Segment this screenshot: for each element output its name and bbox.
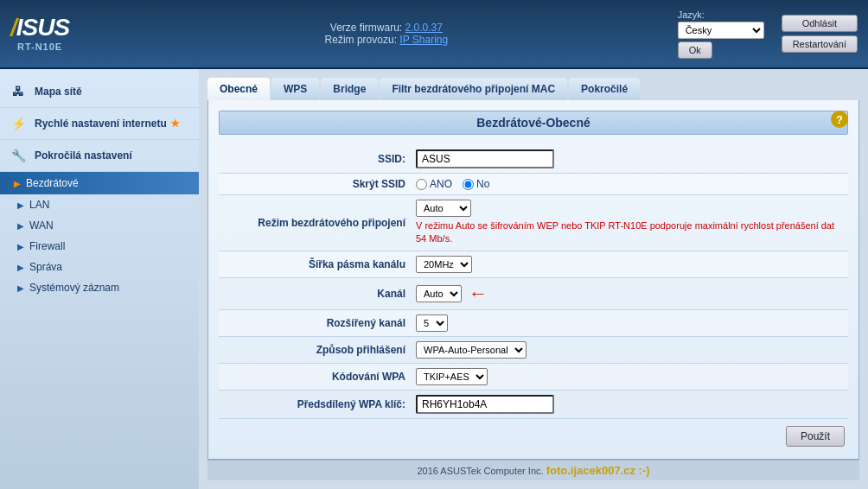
kanal-row: Kanál Auto 1 2 3 4 5 ← — [219, 278, 848, 310]
settings-panel: Bezdrátové-Obecné ? SSID: Skrýt SSID ANO — [207, 100, 859, 460]
ssid-input[interactable] — [416, 149, 554, 168]
zpusob-row: Způsob přihlášení WPA-Auto-Personal Open… — [219, 337, 848, 364]
header-right: Jazyk: Česky Ok Odhlásit Restartování — [678, 10, 858, 59]
sidebar-item-lan[interactable]: ▶ LAN — [0, 194, 199, 215]
rezim-label: Režim bezdrátového připojení — [226, 217, 416, 229]
kodovani-select[interactable]: TKIP+AES TKIP AES — [416, 368, 488, 385]
apply-row: Použít — [219, 419, 848, 448]
zpusob-label: Způsob přihlášení — [226, 344, 416, 356]
rezim-note: V režimu Auto se šifrováním WEP nebo TKI… — [416, 219, 841, 246]
triangle-icon-sprava: ▶ — [17, 263, 24, 272]
triangle-icon-firewall: ▶ — [17, 242, 24, 251]
kanal-select[interactable]: Auto 1 2 3 4 5 — [416, 285, 462, 302]
tab-pokrocile[interactable]: Pokročilé — [569, 78, 640, 100]
rozsireny-kanal-label: Rozšířený kanál — [226, 317, 416, 329]
help-icon[interactable]: ? — [831, 111, 848, 128]
sidebar-item-rychle-nastaveni[interactable]: ⚡ Rychlé nastavení internetu ★ — [0, 108, 199, 140]
skryt-ssid-row: Skrýt SSID ANO No — [219, 174, 848, 195]
firmware-link[interactable]: 2.0.0.37 — [405, 22, 443, 34]
predsdileny-control — [416, 395, 841, 414]
sirka-label: Šířka pásma kanálu — [226, 258, 416, 270]
sidebar-item-sprava[interactable]: ▶ Správa — [0, 257, 199, 277]
header-buttons: Odhlásit Restartování — [782, 15, 858, 53]
mode-info: Režim provozu: IP Sharing — [325, 34, 449, 46]
skryt-ssid-label: Skrýt SSID — [226, 178, 416, 190]
logo-area: /ISUS RT-N10E — [10, 16, 69, 52]
skryt-ssid-control: ANO No — [416, 178, 841, 190]
mode-link[interactable]: IP Sharing — [399, 34, 448, 46]
network-map-icon: 🖧 — [9, 82, 28, 101]
lang-label: Jazyk: — [678, 10, 705, 20]
no-radio-label: No — [463, 178, 489, 190]
sidebar-item-bezdratove[interactable]: ▶ Bezdrátové — [0, 172, 199, 194]
kodovani-row: Kódování WPA TKIP+AES TKIP AES — [219, 364, 848, 391]
sirka-control: 20MHz 40MHz — [416, 256, 841, 273]
quick-setup-icon: ⚡ — [9, 114, 28, 133]
ano-radio[interactable] — [416, 179, 427, 190]
advanced-settings-icon: 🔧 — [9, 146, 28, 165]
rezim-control: Auto N Only B/G/N V režimu Auto se šifro… — [416, 200, 841, 246]
main-layout: 🖧 Mapa sítě ⚡ Rychlé nastavení internetu… — [0, 69, 868, 489]
sirka-select[interactable]: 20MHz 40MHz — [416, 256, 472, 273]
tab-wps[interactable]: WPS — [271, 78, 319, 100]
triangle-icon-systemovy: ▶ — [17, 283, 24, 293]
sidebar: 🖧 Mapa sítě ⚡ Rychlé nastavení internetu… — [0, 69, 199, 489]
triangle-icon-wan: ▶ — [17, 221, 24, 231]
tab-filtr-mac[interactable]: Filtr bezdrátového připojení MAC — [380, 78, 567, 100]
header-middle: Verze firmwaru: 2.0.0.37 Režim provozu: … — [95, 22, 677, 46]
zpusob-select[interactable]: WPA-Auto-Personal Open System WPA2-Perso… — [416, 341, 527, 359]
firmware-info: Verze firmwaru: 2.0.0.37 — [330, 22, 443, 34]
rezim-row: Režim bezdrátového připojení Auto N Only… — [219, 195, 848, 251]
kodovani-control: TKIP+AES TKIP AES — [416, 368, 841, 385]
panel-title: Bezdrátové-Obecné — [219, 111, 848, 135]
sirka-row: Šířka pásma kanálu 20MHz 40MHz — [219, 251, 848, 278]
kanal-label: Kanál — [226, 288, 416, 300]
ano-radio-label: ANO — [416, 178, 452, 190]
sidebar-item-mapa-site[interactable]: 🖧 Mapa sítě — [0, 76, 199, 108]
no-radio[interactable] — [463, 179, 474, 190]
sidebar-item-wan[interactable]: ▶ WAN — [0, 215, 199, 236]
kanal-arrow-indicator: ← — [469, 283, 488, 305]
rozsireny-kanal-control: 5 1 3 — [416, 314, 841, 332]
rezim-select[interactable]: Auto N Only B/G/N — [416, 200, 471, 217]
kodovani-label: Kódování WPA — [226, 371, 416, 383]
kanal-control: Auto 1 2 3 4 5 ← — [416, 283, 841, 305]
lang-select[interactable]: Česky — [678, 22, 764, 39]
footer-copyright: 2016 ASUSTek Computer Inc. — [417, 466, 543, 476]
rozsireny-kanal-row: Rozšířený kanál 5 1 3 — [219, 310, 848, 337]
asus-logo: /ISUS — [10, 16, 69, 40]
sidebar-item-systemovy-zaznam[interactable]: ▶ Systémový záznam — [0, 277, 199, 298]
predsdileny-row: Předsdílený WPA klíč: — [219, 391, 848, 419]
tab-bridge[interactable]: Bridge — [321, 78, 378, 100]
content-area: Obecné WPS Bridge Filtr bezdrátového při… — [199, 69, 868, 489]
rozsireny-kanal-select[interactable]: 5 1 3 — [416, 314, 448, 332]
ok-button[interactable]: Ok — [678, 41, 712, 59]
ssid-control — [416, 149, 841, 168]
zpusob-control: WPA-Auto-Personal Open System WPA2-Perso… — [416, 341, 841, 359]
restart-button[interactable]: Restartování — [782, 35, 858, 53]
lang-section: Jazyk: Česky Ok — [678, 10, 764, 59]
ssid-row: SSID: — [219, 145, 848, 174]
predsdileny-label: Předsdílený WPA klíč: — [226, 398, 416, 410]
model-name: RT-N10E — [17, 41, 62, 52]
tab-obecne[interactable]: Obecné — [207, 78, 270, 100]
sidebar-item-firewall[interactable]: ▶ Firewall — [0, 236, 199, 257]
tabs: Obecné WPS Bridge Filtr bezdrátového při… — [207, 78, 859, 100]
triangle-icon-active: ▶ — [14, 179, 21, 188]
header: /ISUS RT-N10E Verze firmwaru: 2.0.0.37 R… — [0, 0, 868, 69]
predsdileny-input[interactable] — [416, 395, 554, 414]
triangle-icon-lan: ▶ — [17, 200, 24, 210]
sidebar-item-pokrocila-nastaveni[interactable]: 🔧 Pokročilá nastavení — [0, 140, 199, 172]
ssid-label: SSID: — [226, 153, 416, 165]
footer-watermark: foto.ijacek007.cz :-) — [546, 464, 650, 477]
apply-button[interactable]: Použít — [786, 426, 845, 447]
star-icon: ★ — [170, 117, 180, 130]
footer: 2016 ASUSTek Computer Inc. foto.ijacek00… — [207, 460, 859, 480]
logout-button[interactable]: Odhlásit — [782, 15, 858, 32]
